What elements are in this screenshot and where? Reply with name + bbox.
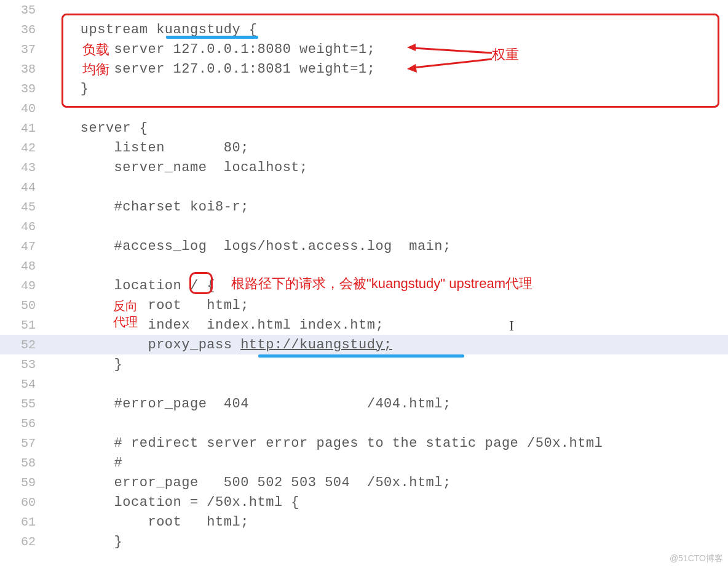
code-content: server_name localhost; bbox=[47, 160, 728, 175]
line-number: 62 bbox=[0, 535, 47, 549]
code-text: proxy_pass bbox=[47, 337, 240, 353]
line-number: 42 bbox=[0, 141, 47, 155]
line-number: 52 bbox=[0, 338, 47, 352]
code-content: proxy_pass http://kuangstudy; bbox=[47, 337, 728, 353]
line-number: 36 bbox=[0, 23, 47, 37]
line-number: 58 bbox=[0, 456, 47, 470]
code-line: 62 } bbox=[0, 532, 728, 551]
line-number: 41 bbox=[0, 121, 47, 135]
code-line: 41 server { bbox=[0, 118, 728, 138]
line-number: 48 bbox=[0, 259, 47, 273]
annotation-weight: 权重 bbox=[492, 46, 519, 64]
line-number: 61 bbox=[0, 515, 47, 529]
line-number: 59 bbox=[0, 476, 47, 490]
code-content: index index.html index.htm; bbox=[47, 318, 728, 333]
line-number: 45 bbox=[0, 200, 47, 214]
code-line: 42 listen 80; bbox=[0, 138, 728, 158]
code-content: server { bbox=[47, 121, 728, 136]
text-cursor-icon: I bbox=[509, 318, 514, 334]
code-line: 46 bbox=[0, 217, 728, 236]
line-number: 56 bbox=[0, 417, 47, 431]
annotation-reverse-proxy-1: 反向 bbox=[113, 298, 138, 314]
code-content: # bbox=[47, 455, 728, 471]
line-number: 53 bbox=[0, 358, 47, 372]
line-number: 40 bbox=[0, 102, 47, 116]
line-number: 49 bbox=[0, 279, 47, 293]
code-content: #charset koi8-r; bbox=[47, 199, 728, 215]
code-content: location = /50x.html { bbox=[47, 495, 728, 510]
line-number: 37 bbox=[0, 42, 47, 57]
line-number: 54 bbox=[0, 377, 47, 391]
line-number: 46 bbox=[0, 220, 47, 234]
code-content: #error_page 404 /404.html; bbox=[47, 396, 728, 412]
code-content: } bbox=[47, 534, 728, 550]
code-line: 47 #access_log logs/host.access.log main… bbox=[0, 236, 728, 256]
code-line: 48 bbox=[0, 256, 728, 276]
code-line: 50 root html; bbox=[0, 295, 728, 315]
code-content: listen 80; bbox=[47, 140, 728, 156]
line-number: 50 bbox=[0, 298, 47, 313]
code-content: root html; bbox=[47, 298, 728, 313]
code-line: 51 index index.html index.htm; bbox=[0, 315, 728, 335]
line-number: 38 bbox=[0, 62, 47, 76]
proxy-pass-url: http://kuangstudy; bbox=[240, 337, 392, 353]
code-line: 61 root html; bbox=[0, 512, 728, 532]
code-line-highlighted: 52 proxy_pass http://kuangstudy; bbox=[0, 335, 728, 354]
line-number: 39 bbox=[0, 82, 47, 96]
code-content: error_page 500 502 503 504 /50x.html; bbox=[47, 475, 728, 490]
line-number: 43 bbox=[0, 161, 47, 175]
annotation-root-path: 根路径下的请求，会被"kuangstudy" upstream代理 bbox=[231, 274, 532, 293]
proxy-pass-underline bbox=[258, 354, 464, 358]
watermark: @51CTO博客 bbox=[670, 553, 723, 564]
code-line: 55 #error_page 404 /404.html; bbox=[0, 394, 728, 414]
code-line: 60 location = /50x.html { bbox=[0, 492, 728, 512]
line-number: 51 bbox=[0, 318, 47, 332]
code-line: 54 bbox=[0, 374, 728, 394]
annotation-load-balance-2: 均衡 bbox=[82, 60, 109, 79]
code-line: 43 server_name localhost; bbox=[0, 158, 728, 177]
annotation-reverse-proxy-2: 代理 bbox=[113, 314, 138, 330]
code-line: 56 bbox=[0, 414, 728, 433]
upstream-highlight-box bbox=[61, 14, 719, 108]
location-root-highlight-box bbox=[189, 272, 213, 294]
code-content: # redirect server error pages to the sta… bbox=[47, 436, 728, 451]
code-line: 57 # redirect server error pages to the … bbox=[0, 433, 728, 453]
code-line: 59 error_page 500 502 503 504 /50x.html; bbox=[0, 473, 728, 492]
code-content: root html; bbox=[47, 514, 728, 530]
upstream-name-underline bbox=[166, 36, 258, 39]
code-line: 58 # bbox=[0, 453, 728, 473]
code-content: } bbox=[47, 357, 728, 372]
line-number: 35 bbox=[0, 3, 47, 17]
line-number: 57 bbox=[0, 436, 47, 450]
annotation-load-balance-1: 负载 bbox=[82, 41, 109, 59]
line-number: 55 bbox=[0, 397, 47, 411]
code-content: #access_log logs/host.access.log main; bbox=[47, 239, 728, 254]
code-line: 44 bbox=[0, 177, 728, 197]
code-line: 45 #charset koi8-r; bbox=[0, 197, 728, 217]
line-number: 47 bbox=[0, 239, 47, 254]
line-number: 44 bbox=[0, 180, 47, 194]
line-number: 60 bbox=[0, 495, 47, 510]
